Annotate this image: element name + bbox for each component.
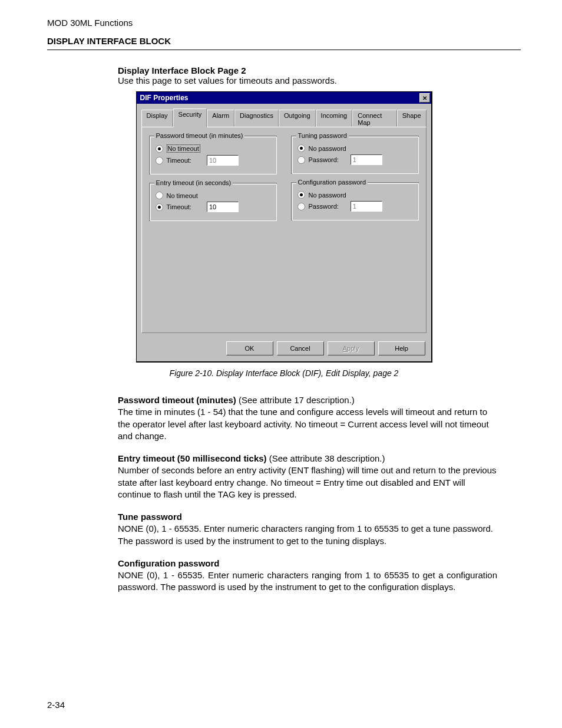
label-cfg-password: Password: [309, 203, 339, 210]
label-entry-timeout: Timeout: [167, 203, 191, 210]
radio-tune-password[interactable] [297, 156, 305, 164]
radio-cfg-password[interactable] [297, 203, 305, 210]
para-tune-password: Tune password NONE (0), 1 - 65535. Enter… [118, 511, 497, 547]
tab-strip: Display Security Alarm Diagnostics Outgo… [137, 104, 431, 127]
cancel-button[interactable]: Cancel [277, 341, 324, 355]
close-icon[interactable]: ✕ [419, 93, 430, 103]
group-config-password: Configuration password No password Passw… [291, 182, 419, 220]
tab-connect-map[interactable]: Connect Map [352, 110, 396, 128]
input-tune-password[interactable]: 1 [351, 154, 382, 165]
radio-pwd-timeout[interactable] [156, 157, 163, 164]
horizontal-rule [47, 50, 521, 50]
group-tuning-password: Tuning password No password Password: 1 [291, 136, 419, 174]
tab-alarm[interactable]: Alarm [207, 110, 234, 128]
page-number: 2-34 [47, 700, 521, 710]
para-password-timeout: Password timeout (minutes) (See attribut… [118, 394, 497, 442]
input-pwd-timeout[interactable]: 10 [207, 155, 239, 166]
dialog-titlebar[interactable]: DIF Properties ✕ [137, 92, 431, 104]
para-entry-timeout: Entry timeout (50 millisecond ticks) (Se… [118, 453, 497, 500]
figure-caption: Figure 2-10. Display Interface Block (DI… [47, 368, 521, 378]
legend-password-timeout: Password timeout (in minutes) [154, 132, 245, 139]
para-config-password: Configuration password NONE (0), 1 - 655… [118, 558, 497, 594]
legend-tuning-password: Tuning password [296, 132, 349, 139]
tab-security[interactable]: Security [173, 108, 207, 127]
section-title: DISPLAY INTERFACE BLOCK [47, 36, 521, 46]
radio-tune-no-password[interactable] [297, 144, 305, 152]
legend-config-password: Configuration password [296, 179, 368, 186]
tab-incoming[interactable]: Incoming [316, 110, 353, 128]
apply-button[interactable]: Apply [328, 341, 375, 355]
running-header: MOD 30ML Functions [47, 18, 521, 28]
label-pwd-no-timeout: No timeout [167, 144, 200, 153]
label-cfg-no-password: No password [309, 192, 346, 199]
dif-properties-dialog: DIF Properties ✕ Display Security Alarm … [136, 91, 432, 363]
tab-diagnostics[interactable]: Diagnostics [234, 110, 279, 128]
input-entry-timeout[interactable]: 10 [207, 202, 239, 212]
tab-outgoing[interactable]: Outgoing [279, 110, 316, 128]
dialog-title: DIF Properties [140, 94, 189, 102]
radio-cfg-no-password[interactable] [297, 191, 305, 199]
group-password-timeout: Password timeout (in minutes) No timeout… [149, 136, 277, 174]
page2-intro: Use this page to set values for timeouts… [118, 75, 521, 85]
label-entry-no-timeout: No timeout [167, 192, 198, 199]
radio-entry-timeout[interactable] [156, 203, 163, 211]
label-pwd-timeout: Timeout: [167, 157, 191, 164]
dialog-button-row: OK Cancel Apply Help [137, 338, 431, 361]
label-tune-no-password: No password [309, 145, 346, 152]
help-button[interactable]: Help [378, 341, 425, 355]
input-cfg-password[interactable]: 1 [351, 201, 382, 212]
group-entry-timeout: Entry timeout (in seconds) No timeout Ti… [149, 183, 277, 221]
legend-entry-timeout: Entry timeout (in seconds) [154, 179, 233, 186]
ok-button[interactable]: OK [226, 341, 273, 355]
tab-shape[interactable]: Shape [397, 110, 427, 128]
tab-panel-security: Password timeout (in minutes) No timeout… [141, 127, 427, 333]
radio-entry-no-timeout[interactable] [156, 192, 163, 199]
page2-title: Display Interface Block Page 2 [118, 65, 246, 75]
tab-display[interactable]: Display [141, 110, 173, 128]
radio-pwd-no-timeout[interactable] [156, 145, 163, 153]
label-tune-password: Password: [309, 156, 339, 163]
